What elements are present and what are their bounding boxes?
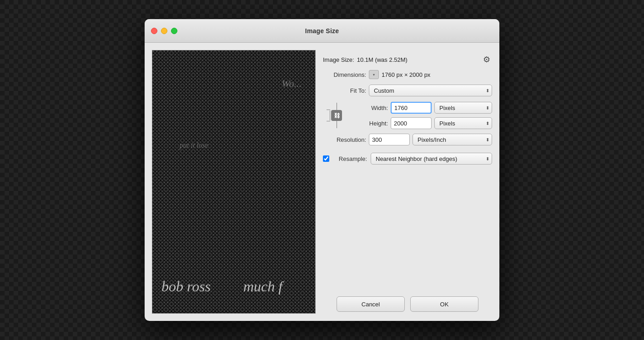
fit-to-select[interactable]: Custom Original Size US Paper (8.5 x 11 … <box>369 85 492 96</box>
dimensions-dropdown-button[interactable]: ▾ <box>369 70 379 79</box>
width-row: Width: Pixels Inches cm mm Points Picas <box>345 102 492 114</box>
fit-to-select-wrapper: Custom Original Size US Paper (8.5 x 11 … <box>369 85 492 96</box>
dimension-display: ▾ 1760 px × 2000 px <box>369 70 492 79</box>
chain-link-button[interactable]: ⛓ <box>331 110 342 121</box>
width-input[interactable] <box>391 102 432 114</box>
title-bar: Image Size <box>145 19 499 43</box>
ok-button[interactable]: OK <box>410 296 478 312</box>
overlay-text-bob: bob ross <box>161 278 211 295</box>
width-unit-select[interactable]: Pixels Inches cm mm Points Picas <box>434 102 492 114</box>
minimize-button[interactable] <box>161 28 167 34</box>
image-size-dialog: Image Size Wo... pat it lose bob ross mu… <box>145 19 499 321</box>
cancel-button[interactable]: Cancel <box>337 296 405 312</box>
overlay-text-much: much f <box>243 278 282 295</box>
resolution-unit-wrapper: Pixels/Inch Pixels/cm ⬍ <box>413 134 492 145</box>
gear-icon: ⚙ <box>483 55 490 64</box>
controls-panel: Image Size: 10.1M (was 2.52M) ⚙ Dimensio… <box>323 50 492 314</box>
maximize-button[interactable] <box>171 28 177 34</box>
image-size-value: 10.1M (was 2.52M) <box>357 56 408 63</box>
width-unit-wrapper: Pixels Inches cm mm Points Picas ⬍ <box>434 102 492 114</box>
resample-method-select[interactable]: Automatic Preserve Details (enlargement)… <box>371 153 492 165</box>
resample-row: Resample: Automatic Preserve Details (en… <box>323 153 492 165</box>
resample-method-wrapper: Automatic Preserve Details (enlargement)… <box>371 153 492 165</box>
height-input[interactable] <box>391 117 432 129</box>
resample-checkbox[interactable] <box>323 155 329 162</box>
chain-column: ⛓ <box>330 102 343 129</box>
overlay-text-top: Wo... <box>282 78 302 90</box>
wh-inputs: Width: Pixels Inches cm mm Points Picas <box>345 102 492 129</box>
height-label: Height: <box>345 120 388 127</box>
fit-to-row: Fit To: Custom Original Size US Paper (8… <box>323 85 492 96</box>
image-size-row: Image Size: 10.1M (was 2.52M) ⚙ <box>323 54 492 65</box>
buttons-row: Cancel OK <box>323 293 492 314</box>
gear-button[interactable]: ⚙ <box>481 54 492 65</box>
resolution-row: Resolution: Pixels/Inch Pixels/cm ⬍ <box>323 134 492 145</box>
close-button[interactable] <box>151 28 157 34</box>
dimensions-value: 1760 px × 2000 px <box>382 71 430 78</box>
fit-to-label: Fit To: <box>323 87 366 94</box>
height-row: Height: Pixels Inches cm mm Points Picas <box>345 117 492 129</box>
bracket-left <box>323 102 330 129</box>
resolution-label: Resolution: <box>323 136 366 143</box>
width-label: Width: <box>345 105 388 111</box>
height-unit-select[interactable]: Pixels Inches cm mm Points Picas <box>434 117 492 129</box>
dimensions-label: Dimensions: <box>323 71 366 78</box>
image-preview: Wo... pat it lose bob ross much f <box>152 50 316 314</box>
resolution-unit-select[interactable]: Pixels/Inch Pixels/cm <box>413 134 492 145</box>
width-height-block: ⛓ Width: Pixels Inches cm <box>323 102 492 129</box>
dialog-body: Wo... pat it lose bob ross much f Image … <box>145 43 499 321</box>
dimensions-row: Dimensions: ▾ 1760 px × 2000 px <box>323 70 492 79</box>
dialog-title: Image Size <box>305 27 339 35</box>
resolution-input[interactable] <box>369 134 410 145</box>
resample-label: Resample: <box>333 155 367 162</box>
traffic-lights <box>151 28 177 34</box>
height-unit-wrapper: Pixels Inches cm mm Points Picas ⬍ <box>434 117 492 129</box>
image-size-label: Image Size: <box>323 56 354 63</box>
overlay-text-middle: pat it lose <box>180 141 208 150</box>
